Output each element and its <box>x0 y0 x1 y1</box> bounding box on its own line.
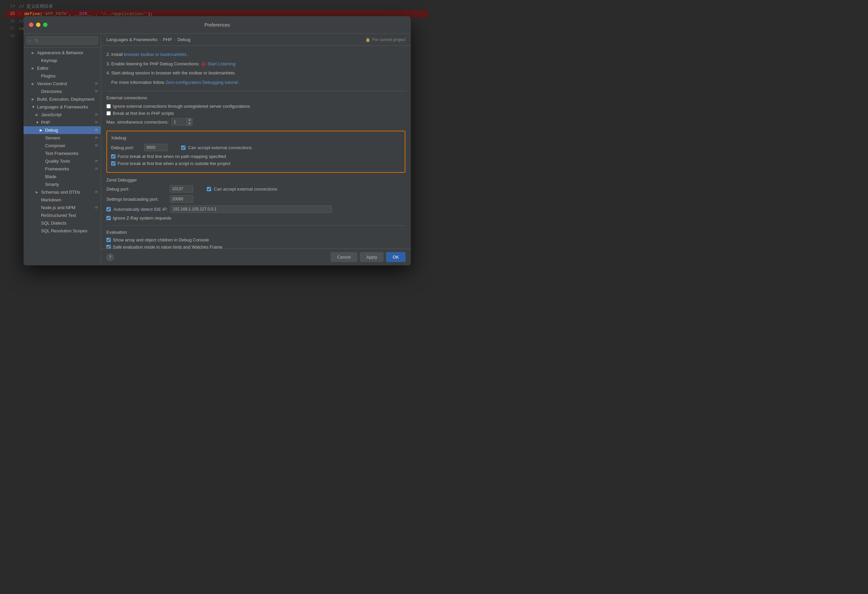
break-first-line-checkbox[interactable] <box>106 111 111 115</box>
sidebar-item-languages[interactable]: ▼ Languages & Frameworks <box>24 103 101 111</box>
sidebar-item-label: Schemas and DTDs <box>41 189 80 195</box>
sync-icon: ⟳ <box>95 190 98 194</box>
zend-ignore-zray-row: Ignore Z-Ray system requests <box>106 216 405 220</box>
break-first-line-label: Break at first line in PHP scripts <box>113 111 174 116</box>
spinner-up-button[interactable]: ▲ <box>187 118 192 122</box>
zero-config-link[interactable]: Zero-configuration Debugging tutorial <box>166 80 238 85</box>
arrow-icon: ▶ <box>40 128 44 132</box>
sidebar-item-label: SQL Dialects <box>41 220 66 226</box>
xdebug-force-outside-checkbox[interactable] <box>111 161 115 165</box>
step-4: 4. Start debug session in browser with t… <box>106 70 405 77</box>
step-3: 3. Enable listening for PHP Debug Connec… <box>106 61 405 67</box>
content-area: Languages & Frameworks › PHP › Debug 🔒 F… <box>101 34 411 265</box>
ok-button[interactable]: OK <box>386 252 405 262</box>
zend-debugger-section: Zend Debugger Debug port: Can accept ext… <box>106 177 405 220</box>
dialog-title: Preferences <box>204 22 230 28</box>
sidebar-item-servers[interactable]: Servers ⟳ <box>24 134 101 142</box>
sidebar-item-label: Quality Tools <box>45 159 70 164</box>
sidebar-item-debug[interactable]: ▶ Debug ⟳ <box>24 126 101 134</box>
sidebar-item-javascript[interactable]: ▶ JavaScript ⟳ <box>24 111 101 118</box>
show-array-label: Show array and object children in Debug … <box>113 237 209 242</box>
safe-eval-checkbox[interactable] <box>106 245 111 248</box>
ignore-external-checkbox[interactable] <box>106 104 111 108</box>
maximize-button[interactable] <box>43 22 47 27</box>
close-button[interactable] <box>29 22 33 27</box>
sidebar-item-plugins[interactable]: Plugins <box>24 72 101 80</box>
search-bar: ⌕ <box>24 34 101 47</box>
xdebug-section: Xdebug Debug port: Can accept external c… <box>106 131 405 173</box>
sidebar-item-editor[interactable]: ▶ Editor <box>24 64 101 72</box>
safe-eval-row: Safe evaluation mode in value hints and … <box>106 244 405 248</box>
external-connections-title: External connections <box>106 95 405 100</box>
arrow-icon: ▼ <box>32 105 36 109</box>
divider-1 <box>106 91 405 91</box>
sidebar-item-blade[interactable]: Blade <box>24 173 101 180</box>
zend-autodetect-input[interactable] <box>170 205 332 213</box>
xdebug-force-path-checkbox[interactable] <box>111 154 115 159</box>
max-connections-input[interactable] <box>171 118 186 126</box>
search-input[interactable] <box>26 36 98 44</box>
xdebug-force-outside-label: Force break at first line when a script … <box>118 161 230 166</box>
sidebar-item-frameworks[interactable]: Frameworks ⟳ <box>24 165 101 173</box>
sidebar-item-label: Languages & Frameworks <box>37 104 88 109</box>
sidebar-item-label: Smarty <box>45 182 59 187</box>
sidebar-item-label: Servers <box>45 135 60 140</box>
show-array-row: Show array and object children in Debug … <box>106 237 405 242</box>
breadcrumb-languages: Languages & Frameworks <box>106 37 158 42</box>
sidebar-item-nodejs[interactable]: Node.js and NPM ⟳ <box>24 204 101 211</box>
xdebug-port-input[interactable] <box>144 144 168 151</box>
show-array-checkbox[interactable] <box>106 238 111 242</box>
start-listening-link[interactable]: Start Listening <box>207 61 235 67</box>
zend-accept-checkbox[interactable] <box>207 187 211 191</box>
sidebar-item-keymap[interactable]: Keymap <box>24 56 101 64</box>
sidebar-item-version-control[interactable]: ▶ Version Control ⟳ <box>24 80 101 87</box>
sidebar-item-php[interactable]: ▼ PHP ⟳ <box>24 118 101 126</box>
bookmarklets-link[interactable]: browser toolbar or bookmarklets <box>124 52 186 57</box>
zend-port-input[interactable] <box>170 185 193 193</box>
sidebar-item-label: Frameworks <box>45 166 69 171</box>
preferences-dialog: Preferences ⌕ ▶ Appearance & Behavior Ke… <box>24 16 411 265</box>
apply-button[interactable]: Apply <box>360 252 384 262</box>
sidebar-item-label: SQL Resolution Scopes <box>41 228 87 233</box>
sync-icon: ⟳ <box>95 159 98 163</box>
arrow-icon: ▶ <box>32 51 36 55</box>
project-label: For current project <box>372 37 405 42</box>
zend-broadcast-label: Settings broadcasting port: <box>106 197 167 202</box>
sidebar-item-sql-resolution[interactable]: SQL Resolution Scopes <box>24 227 101 235</box>
zend-ignore-zray-checkbox[interactable] <box>106 216 111 220</box>
zend-broadcast-input[interactable] <box>170 195 193 203</box>
sidebar-item-quality-tools[interactable]: Quality Tools ⟳ <box>24 157 101 165</box>
sidebar-item-build[interactable]: ▶ Build, Execution, Deployment <box>24 95 101 103</box>
minimize-button[interactable] <box>36 22 40 27</box>
sidebar-item-appearance[interactable]: ▶ Appearance & Behavior <box>24 49 101 56</box>
sidebar-item-label: PHP <box>41 120 50 125</box>
sidebar-item-test-frameworks[interactable]: Test Frameworks <box>24 149 101 157</box>
sync-icon: ⟳ <box>95 167 98 171</box>
sidebar-item-directories[interactable]: Directories ⟳ <box>24 87 101 95</box>
start-listening-button[interactable]: 🐞 Start Listening <box>201 61 235 67</box>
sidebar-item-label: Keymap <box>41 58 57 63</box>
sidebar-item-restructured[interactable]: ReStructured Text <box>24 211 101 219</box>
sidebar-item-markdown[interactable]: Markdown <box>24 196 101 204</box>
evaluation-title: Evaluation <box>106 230 405 235</box>
arrow-icon: ▼ <box>36 121 40 124</box>
zend-port-label: Debug port: <box>106 186 167 192</box>
ignore-external-label: Ignore external connections through unre… <box>113 104 250 109</box>
cancel-button[interactable]: Cancel <box>331 252 357 262</box>
sidebar-item-smarty[interactable]: Smarty <box>24 180 101 188</box>
xdebug-accept-checkbox[interactable] <box>181 145 186 150</box>
zend-port-row: Debug port: Can accept external connecti… <box>106 185 405 193</box>
breadcrumb-php: PHP <box>163 37 172 42</box>
zend-autodetect-checkbox[interactable] <box>106 207 111 211</box>
sidebar-item-schemas[interactable]: ▶ Schemas and DTDs ⟳ <box>24 188 101 196</box>
sidebar-item-label: Version Control <box>37 81 67 86</box>
sync-icon: ⟳ <box>95 120 98 125</box>
spinner-down-button[interactable]: ▼ <box>187 122 192 126</box>
help-button[interactable]: ? <box>106 254 114 261</box>
external-connections-section: External connections Ignore external con… <box>106 95 405 126</box>
breadcrumb-sep-2: › <box>174 37 176 42</box>
content-scroll[interactable]: 2. Install browser toolbar or bookmarkle… <box>101 46 411 248</box>
sidebar-item-sql-dialects[interactable]: SQL Dialects <box>24 219 101 227</box>
sidebar-item-composer[interactable]: Composer ⟳ <box>24 142 101 149</box>
break-first-line-row: Break at first line in PHP scripts <box>106 111 405 116</box>
